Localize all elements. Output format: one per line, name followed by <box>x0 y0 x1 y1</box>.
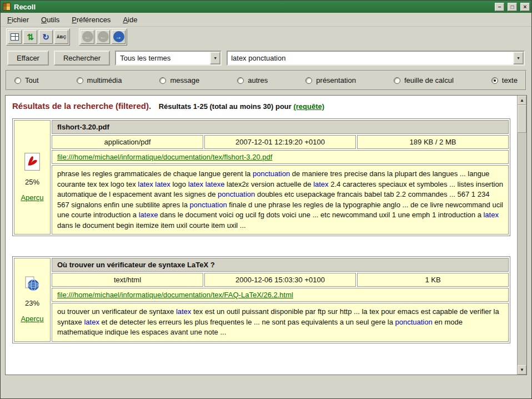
result-size: 189 KB / 2 MB <box>357 135 509 149</box>
category-filter-frame: Tout multimédia message autres présentat… <box>6 70 526 91</box>
highlighted-term: latex <box>84 318 99 326</box>
filter-radio-autres[interactable]: autres <box>237 76 268 84</box>
results-title: Résultats de la recherche (filtered). <box>12 101 151 111</box>
highlighted-term: ponctuation <box>253 169 290 178</box>
back-arrow-icon: ← <box>82 31 93 42</box>
result-table-button[interactable] <box>8 30 22 44</box>
table-icon <box>11 33 19 41</box>
toolbar-nav-group: ← ← → <box>79 28 127 46</box>
term-explorer-icon: ÂBÇ <box>57 34 66 39</box>
highlighted-term: ponctuation <box>218 190 255 198</box>
scrollbar-track[interactable] <box>518 133 526 365</box>
search-row: Effacer Rechercher Tous les termes ▼ ▼ <box>1 47 531 68</box>
highlighted-term: ponctuation <box>395 318 432 326</box>
window-title: Recoll <box>14 3 491 11</box>
result-meta-row: text/html 2000-12-06 15:03:30 +0100 1 KB <box>52 273 509 287</box>
filter-radio-message[interactable]: message <box>159 76 199 84</box>
filter-label: présentation <box>316 76 356 84</box>
minimize-button[interactable]: – <box>495 3 504 11</box>
radio-icon <box>305 77 312 84</box>
maximize-button[interactable]: □ <box>508 3 517 11</box>
result-url-link[interactable]: file:///home/michael/informatique/docume… <box>57 291 293 299</box>
result-item-1: 25% Aperçu flshort-3.20.pdf application/… <box>12 118 510 236</box>
menu-preferences[interactable]: Préférences <box>72 16 111 24</box>
filter-label: message <box>170 76 199 84</box>
html-file-icon <box>24 276 40 292</box>
app-icon <box>3 3 11 11</box>
highlighted-term: latex <box>313 180 328 188</box>
term-explorer-button[interactable]: ÂBÇ <box>54 30 68 44</box>
result-side-panel: 25% Aperçu <box>14 120 51 235</box>
filter-radio-multimedia[interactable]: multimédia <box>77 76 122 84</box>
result-url-link[interactable]: file:///home/michael/informatique/docume… <box>57 153 272 161</box>
highlighted-term: latex <box>176 307 191 316</box>
filter-radio-texte[interactable]: texte <box>491 76 518 84</box>
results-header: Résultats de la recherche (filtered). Ré… <box>12 101 511 111</box>
scroll-up-icon[interactable]: ▲ <box>518 96 526 105</box>
close-button[interactable]: × <box>520 3 530 11</box>
result-side-panel: 23% Aperçu <box>14 258 51 342</box>
search-input[interactable] <box>228 54 513 62</box>
next-page-button[interactable]: → <box>112 30 126 44</box>
result-snippet: phrase les regles grammaticales de chaqu… <box>52 165 509 235</box>
query-link[interactable]: (requête) <box>293 102 324 111</box>
results-summary: Résultats 1-25 (total au moins 30) pour <box>159 102 292 111</box>
result-mime: application/pdf <box>52 135 203 149</box>
result-snippet: ou trouver un verificateur de syntaxe la… <box>52 303 509 342</box>
result-title: Où trouver un vérificateur de syntaxe La… <box>52 258 509 272</box>
filter-radio-presentation[interactable]: présentation <box>305 76 356 84</box>
chevron-down-icon[interactable]: ▼ <box>210 52 220 64</box>
radio-icon <box>159 77 166 84</box>
radio-icon <box>394 77 400 84</box>
search-mode-value: Tous les termes <box>120 54 170 62</box>
search-button[interactable]: Rechercher <box>54 51 110 66</box>
menu-outils[interactable]: Outils <box>41 16 59 24</box>
query-combo: ▼ <box>227 51 525 66</box>
result-item-2: 23% Aperçu Où trouver un vérificateur de… <box>12 256 510 343</box>
preview-link[interactable]: Aperçu <box>21 193 43 202</box>
menu-aide[interactable]: Aide <box>123 16 137 24</box>
result-url-row: file:///home/michael/informatique/docume… <box>52 288 509 302</box>
highlighted-term: latex latexe <box>188 180 225 188</box>
pdf-file-icon <box>24 153 41 171</box>
history-icon: ↻ <box>42 33 49 41</box>
filter-label: multimédia <box>87 76 122 84</box>
menu-fichier[interactable]: Fichier <box>7 16 29 24</box>
result-date: 2000-12-06 15:03:30 +0100 <box>204 273 356 287</box>
results-scrollbar: ▲ ▼ <box>517 96 526 375</box>
result-mime: text/html <box>52 273 203 287</box>
history-button[interactable]: ↻ <box>39 30 53 44</box>
radio-icon <box>491 77 498 84</box>
result-main: flshort-3.20.pdf application/pdf 2007-12… <box>52 120 509 235</box>
relevance-percent: 25% <box>25 178 39 186</box>
highlighted-term: latexe <box>139 211 158 219</box>
filter-radio-feuille-de-calcul[interactable]: feuille de calcul <box>394 76 454 84</box>
status-bar <box>1 375 531 398</box>
sort-button[interactable]: ⇅ <box>23 30 37 44</box>
scroll-down-icon[interactable]: ▼ <box>518 365 526 375</box>
recoll-window: Recoll – □ × Fichier Outils Préférences … <box>0 0 532 399</box>
titlebar: Recoll – □ × <box>1 1 531 13</box>
forward-arrow-icon: → <box>113 31 124 42</box>
clear-button[interactable]: Effacer <box>7 51 49 66</box>
preview-link[interactable]: Aperçu <box>21 315 43 323</box>
scrollbar-thumb[interactable] <box>518 105 526 133</box>
highlighted-term: latex latex <box>138 180 170 188</box>
results-area: Résultats de la recherche (filtered). Ré… <box>5 95 527 375</box>
toolbar: ⇅ ↻ ÂBÇ ← ← → <box>1 27 531 47</box>
result-date: 2007-12-01 12:19:20 +0100 <box>204 135 356 149</box>
sort-arrows-icon: ⇅ <box>27 33 34 41</box>
highlighted-term: latex <box>483 211 498 219</box>
first-page-button[interactable]: ← <box>81 30 94 44</box>
relevance-percent: 23% <box>25 299 39 307</box>
back-arrow-icon: ← <box>98 31 109 42</box>
radio-icon <box>14 77 21 84</box>
radio-icon <box>237 77 244 84</box>
radio-icon <box>77 77 83 84</box>
result-meta-row: application/pdf 2007-12-01 12:19:20 +010… <box>52 135 509 149</box>
filter-radio-tout[interactable]: Tout <box>14 76 39 84</box>
previous-page-button[interactable]: ← <box>96 30 110 44</box>
chevron-down-icon[interactable]: ▼ <box>513 52 524 64</box>
search-mode-select[interactable]: Tous les termes ▼ <box>115 51 222 66</box>
filter-label: Tout <box>25 76 39 84</box>
